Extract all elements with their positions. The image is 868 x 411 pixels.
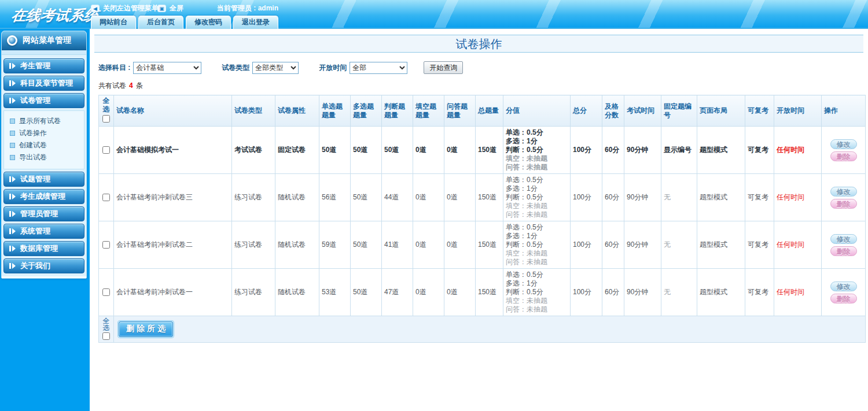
multi-choice-count: 50道 [353, 193, 367, 201]
modify-button[interactable]: 修改 [830, 139, 857, 149]
circle-icon [7, 35, 17, 46]
score-line: 单选：0.5分 [506, 271, 568, 279]
score-line: 判断：0.5分 [506, 240, 568, 249]
paper-type-select[interactable]: 全部类型 [252, 62, 299, 74]
row-checkbox[interactable] [102, 146, 110, 154]
table-row: 会计基础考前冲刺试卷三练习试卷随机试卷56道50道44道0道0道150道单选：0… [99, 174, 866, 221]
select-all-footer-checkbox[interactable] [102, 332, 110, 340]
judge-count: 41道 [384, 240, 399, 249]
score-line: 判断：0.5分 [506, 193, 568, 202]
column-header: 操作 [822, 95, 866, 127]
column-header: 可复考 [745, 95, 774, 127]
total-score: 100分 [573, 240, 591, 249]
delete-button[interactable]: 删除 [830, 246, 857, 256]
sidebar-item[interactable]: 试卷管理 [3, 93, 84, 108]
single-choice-count: 56道 [322, 193, 336, 201]
sidebar-item[interactable]: 科目及章节管理 [3, 76, 84, 91]
sidebar: 网站菜单管理 考生管理科目及章节管理试卷管理显示所有试卷试卷操作创建试卷导出试卷… [0, 29, 90, 411]
paper-attribute: 随机试卷 [278, 240, 306, 249]
modify-button[interactable]: 修改 [830, 234, 857, 244]
sidebar-item-label: 管理员管理 [20, 209, 58, 219]
modify-button[interactable]: 修改 [830, 282, 857, 291]
retake-allowed: 可复考 [748, 288, 768, 296]
row-checkbox[interactable] [102, 241, 110, 249]
column-header: 全选 [99, 95, 114, 127]
column-header-label: 单选题题量 [322, 102, 343, 119]
score-line: 多选：1分 [506, 232, 568, 240]
submenu-item[interactable]: 创建试卷 [4, 139, 84, 151]
sidebar-item[interactable]: 试题管理 [3, 172, 84, 187]
delete-button[interactable]: 删除 [830, 294, 857, 303]
delete-selected-button[interactable]: 删除所选 [119, 321, 173, 337]
sidebar-item[interactable]: 管理员管理 [3, 206, 84, 221]
paper-name: 会计基础考前冲刺试卷二 [116, 240, 193, 249]
table-row: 会计基础考前冲刺试卷二练习试卷随机试卷59道50道41道0道0道150道单选：0… [99, 221, 866, 269]
sidebar-item-label: 关于我们 [20, 261, 50, 271]
exam-duration: 90分钟 [627, 240, 648, 249]
sidebar-header: 网站菜单管理 [2, 31, 86, 50]
column-header: 总分 [571, 95, 602, 127]
submenu-item[interactable]: 显示所有试卷 [4, 115, 84, 127]
single-choice-count: 59道 [322, 240, 336, 249]
fill-blank-count: 0道 [415, 193, 426, 201]
column-header: 总题量 [476, 95, 503, 127]
paper-type: 练习试卷 [234, 288, 262, 296]
play-icon [9, 228, 16, 234]
column-header: 填空题题量 [413, 95, 444, 127]
fill-blank-count: 0道 [415, 146, 426, 154]
column-header: 开放时间 [774, 95, 822, 127]
multi-choice-count: 50道 [353, 288, 367, 296]
sidebar-item[interactable]: 数据库管理 [3, 241, 84, 256]
table-body: 会计基础模拟考试一考试试卷固定试卷50道50道50道0道0道150道单选：0.5… [99, 127, 866, 316]
column-header: 页面布局 [697, 95, 745, 127]
delete-button[interactable]: 删除 [830, 199, 857, 209]
column-header-label: 分值 [506, 106, 520, 114]
nav-tab-2[interactable]: 后台首页 [138, 16, 183, 29]
nav-tab-1[interactable]: 网站前台 [91, 16, 136, 29]
pass-score: 60分 [605, 240, 619, 249]
sidebar-menu: 考生管理科目及章节管理试卷管理显示所有试卷试卷操作创建试卷导出试卷试题管理考生成… [2, 55, 86, 276]
submenu-item[interactable]: 导出试卷 [4, 151, 84, 164]
submenu: 显示所有试卷试卷操作创建试卷导出试卷 [3, 110, 84, 169]
table-footer-row: 全选 删除所选 [99, 316, 866, 343]
paper-type: 练习试卷 [234, 193, 262, 201]
open-time: 任何时间 [777, 240, 804, 249]
single-choice-count: 53道 [322, 288, 336, 296]
list-square-icon [10, 143, 15, 148]
sidebar-item[interactable]: 系统管理 [3, 224, 84, 239]
sidebar-item[interactable]: 关于我们 [3, 258, 84, 273]
page-layout-mode: 题型模式 [700, 146, 727, 154]
page-layout-mode: 题型模式 [700, 193, 727, 201]
open-time: 任何时间 [777, 288, 804, 296]
column-header: 固定题编号 [661, 95, 697, 127]
sidebar-item[interactable]: 考生管理 [3, 58, 84, 73]
score-line: 单选：0.5分 [506, 223, 568, 232]
page-layout-mode: 题型模式 [700, 240, 727, 249]
total-question-count: 150道 [478, 146, 496, 154]
select-all-checkbox[interactable] [102, 115, 110, 123]
query-button[interactable]: 开始查询 [424, 61, 463, 74]
nav-tab-3[interactable]: 修改密码 [186, 16, 231, 29]
submenu-item[interactable]: 试卷操作 [4, 127, 84, 139]
fullscreen-button[interactable]: ▣ 全屏 [157, 3, 183, 13]
single-choice-count: 50道 [322, 146, 336, 154]
play-icon [9, 98, 16, 103]
subject-select[interactable]: 会计基础 [133, 62, 201, 74]
row-checkbox[interactable] [102, 194, 110, 201]
nav-tab-4[interactable]: 退出登录 [233, 16, 278, 29]
column-header-label: 试卷名称 [116, 106, 144, 114]
total-question-count: 150道 [478, 288, 496, 296]
subject-filter-label: 选择科目 : [98, 63, 130, 73]
delete-button[interactable]: 删除 [830, 151, 857, 161]
open-time-select[interactable]: 全部 [350, 62, 407, 74]
select-all-footer-label: 全选 [103, 317, 110, 332]
sidebar-item[interactable]: 考生成绩管理 [3, 189, 84, 204]
column-header-label: 可复考 [748, 106, 768, 114]
modify-button[interactable]: 修改 [830, 187, 857, 197]
pass-score: 60分 [605, 288, 619, 296]
paper-type: 练习试卷 [234, 240, 262, 249]
close-left-menu-button[interactable]: ◀ 关闭左边管理菜单 [91, 3, 159, 13]
column-header: 多选题题量 [351, 95, 382, 127]
row-checkbox[interactable] [102, 288, 110, 296]
type-filter-label: 试卷类型 [222, 63, 249, 73]
